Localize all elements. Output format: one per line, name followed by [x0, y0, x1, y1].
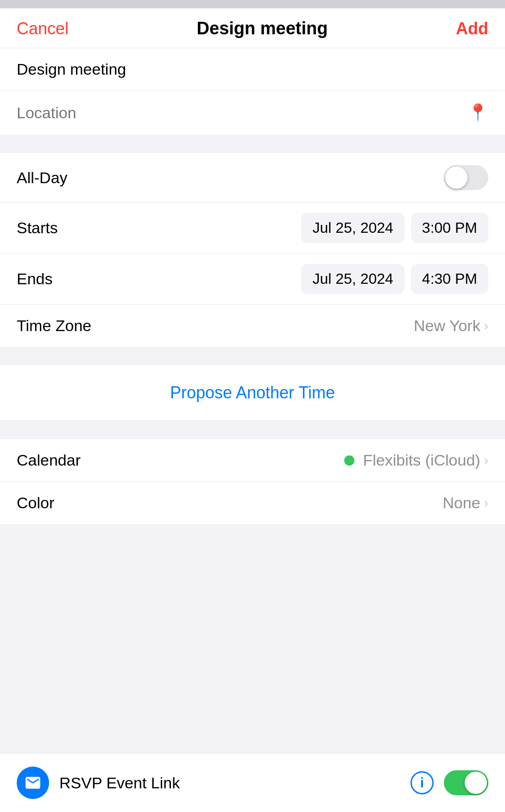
- timezone-row[interactable]: Time Zone New York ›: [0, 305, 505, 347]
- ends-date-pill[interactable]: Jul 25, 2024: [301, 264, 404, 294]
- envelope-icon: [24, 774, 42, 792]
- propose-another-time-button[interactable]: Propose Another Time: [170, 383, 335, 403]
- color-chevron: ›: [484, 496, 488, 511]
- toggle-knob: [445, 166, 467, 189]
- all-day-toggle[interactable]: [444, 165, 488, 190]
- ends-label: Ends: [17, 270, 53, 288]
- ends-row: Ends Jul 25, 2024 4:30 PM: [0, 254, 505, 305]
- section-spacer-1: [0, 134, 505, 153]
- title-input[interactable]: [0, 48, 505, 90]
- calendar-label: Calendar: [17, 451, 81, 469]
- starts-label: Starts: [17, 219, 58, 237]
- cancel-button[interactable]: Cancel: [17, 19, 69, 38]
- rsvp-bar: RSVP Event Link i: [0, 753, 505, 812]
- rsvp-toggle-knob: [465, 772, 487, 794]
- section-spacer-4: [0, 524, 505, 663]
- timezone-value: New York ›: [414, 317, 488, 335]
- nav-bar: Cancel Design meeting Add: [0, 8, 505, 48]
- calendar-green-dot: [344, 455, 354, 466]
- location-icon: 📍: [467, 103, 488, 122]
- calendar-value: Flexibits (iCloud) ›: [344, 451, 488, 469]
- color-value: None ›: [442, 494, 488, 512]
- add-button[interactable]: Add: [456, 19, 488, 38]
- calendar-row[interactable]: Calendar Flexibits (iCloud) ›: [0, 439, 505, 482]
- starts-time-pill[interactable]: 3:00 PM: [411, 213, 488, 243]
- color-row[interactable]: Color None ›: [0, 482, 505, 524]
- section-spacer-2: [0, 347, 505, 365]
- all-day-label: All-Day: [17, 169, 68, 187]
- page-title: Design meeting: [197, 19, 328, 38]
- location-input[interactable]: [17, 104, 467, 122]
- timezone-chevron: ›: [484, 319, 488, 333]
- status-bar: [0, 0, 505, 8]
- color-label: Color: [17, 494, 54, 512]
- rsvp-toggle[interactable]: [444, 770, 488, 795]
- rsvp-info-button[interactable]: i: [410, 771, 434, 794]
- starts-date-pill[interactable]: Jul 25, 2024: [301, 213, 404, 243]
- timezone-label: Time Zone: [17, 317, 91, 335]
- propose-row: Propose Another Time: [0, 365, 505, 421]
- rsvp-label: RSVP Event Link: [59, 774, 410, 792]
- rsvp-icon-wrap: [17, 767, 49, 799]
- section-spacer-3: [0, 421, 505, 439]
- location-row: 📍: [0, 90, 505, 134]
- title-section: [0, 48, 505, 90]
- starts-pill-group: Jul 25, 2024 3:00 PM: [301, 213, 488, 243]
- all-day-row: All-Day: [0, 153, 505, 203]
- ends-pill-group: Jul 25, 2024 4:30 PM: [301, 264, 488, 294]
- ends-time-pill[interactable]: 4:30 PM: [411, 264, 488, 294]
- calendar-chevron: ›: [484, 453, 488, 468]
- starts-row: Starts Jul 25, 2024 3:00 PM: [0, 203, 505, 254]
